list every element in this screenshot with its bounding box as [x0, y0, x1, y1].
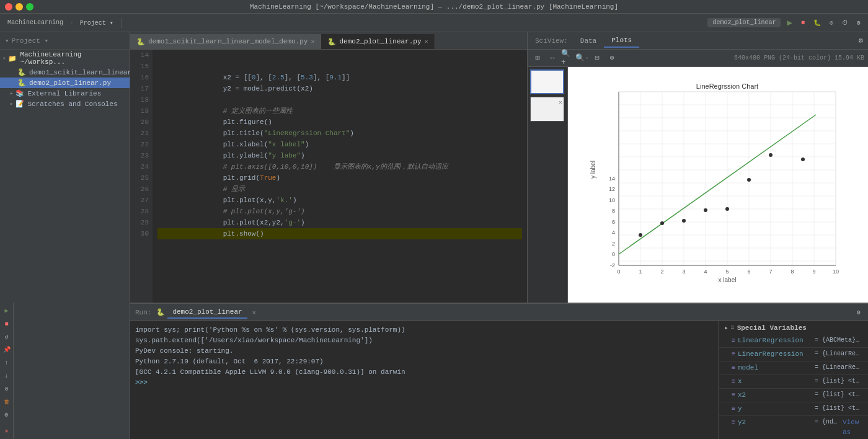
fit-page-btn[interactable]: ⊞ — [531, 52, 544, 64]
var-value-y: = {list} <type 'list'>: [[2.1], [2.9], [… — [815, 404, 863, 414]
zoom-out-btn[interactable]: 🔍- — [576, 52, 588, 64]
var-item-y2[interactable]: ≡ y2 = {ndarray} [[ -0.98 ]\n [ 2.612857… — [719, 416, 868, 439]
scratch-arrow: ▸ — [10, 100, 13, 107]
bottom-settings-btn[interactable]: ⚙ — [854, 308, 863, 317]
var-name-x2: x2 — [738, 390, 812, 400]
copy-btn[interactable]: ⊕ — [606, 52, 618, 64]
var-item-x2[interactable]: ≡ x2 = {list} <type 'list'>: [[0], [2.5]… — [719, 389, 868, 402]
var-value-lr2: = {LinearRegression} LinearRegression(co… — [815, 349, 863, 359]
sciview-toolbar: ⊞ ↔ 🔍+ 🔍- ⊡ ⊕ 640x480 PNG (24-bit color)… — [528, 50, 868, 67]
center-layout: 🐍 demo1_scikit_learn_linear_model_demo.p… — [130, 32, 868, 439]
code-content[interactable]: x2 = [[0], [2.5], [5.3], [9.1]] y2 = mod… — [153, 50, 527, 303]
tree-file-2[interactable]: 🐍 demo2_plot_linear.py — [0, 78, 130, 88]
var-item-model[interactable]: ≡ model = {LinearRegression} LinearRegre… — [719, 361, 868, 375]
svg-text:4: 4 — [704, 268, 707, 275]
var-icon-y2: ≡ — [732, 418, 735, 428]
var-value-x: = {list} <type 'list'>: [[1], [2], [3], … — [815, 376, 863, 386]
traffic-lights — [5, 3, 33, 11]
run-tool-rerun[interactable]: ↺ — [1, 331, 12, 342]
root-label: MachineLearning ~/worksp... — [20, 51, 127, 66]
code-line-15: x2 = [[0], [2.5], [5.3], [9.1]] — [157, 61, 522, 72]
file-icon-1: 🐍 — [17, 68, 26, 76]
run-tool-stop[interactable]: ■ — [1, 318, 12, 329]
sciview-tab-plots[interactable]: Plots — [604, 34, 639, 48]
actual-size-btn[interactable]: ⊡ — [591, 52, 603, 64]
maximize-button[interactable] — [26, 3, 33, 11]
code-line-14 — [157, 50, 522, 61]
run-tab-close[interactable]: ✕ — [252, 309, 256, 316]
svg-text:10: 10 — [609, 197, 615, 203]
sciview-settings-btn[interactable]: ⚙ — [856, 35, 866, 47]
console-line-4: PyDev console: starting. — [135, 346, 714, 357]
sciview-tab-data[interactable]: Data — [573, 35, 604, 47]
special-vars-header[interactable]: ▸ ≡ Special Variables — [719, 321, 868, 334]
scratch-icon: 📝 — [16, 100, 24, 108]
ext-arrow: ▸ — [10, 90, 13, 97]
tree-scratches[interactable]: ▸ 📝 Scratches and Consoles — [0, 99, 130, 109]
svg-text:2: 2 — [612, 241, 615, 247]
run-tool-settings[interactable]: ⚙ — [1, 409, 12, 420]
scatter-point-3 — [682, 219, 686, 223]
editor-area: 🐍 demo1_scikit_learn_linear_model_demo.p… — [130, 32, 527, 303]
fit-width-btn[interactable]: ↔ — [546, 52, 559, 64]
svg-text:-2: -2 — [610, 262, 615, 268]
svg-text:8: 8 — [790, 268, 794, 275]
close-button[interactable] — [5, 3, 12, 11]
console-line-7: [GCC 4.2.1 Compatible Apple LLVM 9.0.0 (… — [135, 367, 714, 378]
titlebar: MachineLearning [~/workspace/MachineLear… — [0, 0, 868, 14]
line-numbers: 1415161718 1920212223 2425262728 2930 — [130, 50, 153, 303]
var-item-y[interactable]: ≡ y = {list} <type 'list'>: [[2.1], [2.9… — [719, 402, 868, 416]
tree-root[interactable]: ▾ 📁 MachineLearning ~/worksp... — [0, 50, 130, 67]
zoom-in-btn[interactable]: 🔍+ — [561, 52, 574, 64]
run-button[interactable]: ▶ — [784, 16, 794, 29]
project-header[interactable]: ▾ Project ▾ — [0, 32, 130, 50]
sciview-panel: SciView: Data Plots ⚙ ⊞ ↔ 🔍+ 🔍- ⊡ ⊕ 640x… — [527, 32, 868, 303]
scatter-point-6 — [747, 178, 751, 182]
minimize-button[interactable] — [16, 3, 23, 11]
view-as-array-link[interactable]: View as Array — [843, 417, 863, 439]
app-name[interactable]: MachineLearning — [5, 18, 66, 27]
tab-2-close[interactable]: ✕ — [425, 38, 428, 45]
run-config-selector[interactable]: demo2_plot_linear — [707, 18, 781, 27]
chart-thumb-2[interactable]: ✕ — [530, 97, 564, 122]
project-menu[interactable]: Project ▾ — [78, 18, 116, 28]
run-tool-delete[interactable]: 🗑 — [1, 396, 12, 407]
tree-ext-libs[interactable]: ▸ 📚 External Libraries — [0, 88, 130, 99]
chart-thumb-1[interactable] — [530, 69, 564, 94]
tab-demo2[interactable]: 🐍 demo2_plot_linear.py ✕ — [321, 34, 435, 49]
var-item-lr1[interactable]: ≡ LinearRegression = {ABCMeta} <class 's… — [719, 334, 868, 348]
var-item-lr2[interactable]: ≡ LinearRegression = {LinearRegression} … — [719, 348, 868, 361]
var-icon-y: ≡ — [732, 404, 735, 414]
separator — [121, 18, 122, 28]
run-tool-down[interactable]: ↓ — [1, 370, 12, 381]
svg-text:LineRegrssion Chart: LineRegrssion Chart — [696, 82, 758, 90]
console-area[interactable]: import sys; print('Python %s on %s' % (s… — [130, 321, 719, 439]
tree-file-1[interactable]: 🐍 demo1_scikit_learn_linear_m... — [0, 67, 130, 78]
run-tool-close[interactable]: ✕ — [1, 425, 12, 437]
run-tool-up[interactable]: ↑ — [1, 357, 12, 368]
run-left-toolbar: ▶ ■ ↺ 📌 ↑ ↓ ⊘ 🗑 ⚙ ✕ — [0, 303, 14, 439]
console-line-6: Python 2.7.10 (default, Oct 6 2017, 22:2… — [135, 357, 714, 367]
tab-1-close[interactable]: ✕ — [311, 38, 314, 45]
coverage-button[interactable]: ⊙ — [827, 18, 836, 28]
run-tool-pin[interactable]: 📌 — [1, 344, 12, 355]
var-value-model: = {LinearRegression} LinearRegression(co… — [815, 363, 863, 373]
scatter-point-7 — [769, 153, 773, 157]
profile-button[interactable]: ⏱ — [839, 18, 851, 28]
run-tool-filter[interactable]: ⊘ — [1, 383, 12, 394]
settings-button[interactable]: ⚙ — [854, 18, 863, 28]
stop-button[interactable]: ■ — [799, 18, 807, 27]
svg-text:3: 3 — [682, 268, 685, 275]
console-prompt-line: >>> — [135, 378, 714, 388]
tab-demo1[interactable]: 🐍 demo1_scikit_learn_linear_model_demo.p… — [130, 34, 321, 49]
bottom-tabs-bar: Run: 🐍 demo2_plot_linear ✕ ⚙ — [130, 304, 868, 321]
run-tool-play[interactable]: ▶ — [1, 305, 12, 316]
code-editor: 1415161718 1920212223 2425262728 2930 x2… — [130, 50, 527, 303]
ext-libs-label: External Libraries — [27, 90, 101, 97]
var-item-x[interactable]: ≡ x = {list} <type 'list'>: [[1], [2], [… — [719, 375, 868, 389]
var-name-model: model — [738, 363, 812, 373]
debug-button[interactable]: 🐛 — [811, 18, 823, 28]
svg-text:9: 9 — [812, 268, 815, 275]
run-tab[interactable]: demo2_plot_linear — [167, 306, 247, 319]
chart-main: LineRegrssion Chart 0 1 2 3 4 5 — [568, 67, 868, 303]
